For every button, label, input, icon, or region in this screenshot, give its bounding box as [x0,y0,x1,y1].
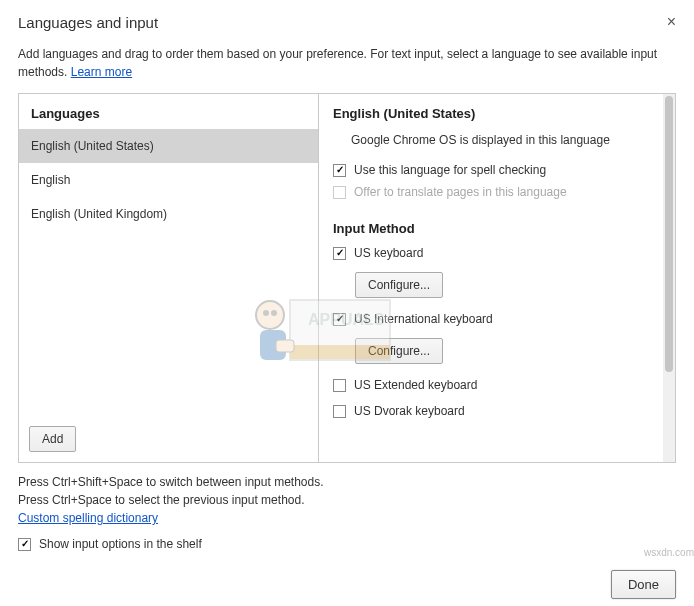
scroll-thumb[interactable] [665,96,673,372]
add-button[interactable]: Add [29,426,76,452]
shelf-option-row[interactable]: Show input options in the shelf [18,537,676,551]
hint-line: Press Ctrl+Shift+Space to switch between… [18,473,676,491]
done-button[interactable]: Done [611,570,676,599]
footer-hints: Press Ctrl+Shift+Space to switch between… [18,473,676,527]
dialog-title: Languages and input [18,14,158,31]
input-method-row[interactable]: US keyboard [333,246,649,260]
input-method-label: US keyboard [354,246,423,260]
configure-button[interactable]: Configure... [355,338,443,364]
translate-checkbox [333,186,346,199]
display-language-msg: Google Chrome OS is displayed in this la… [351,133,649,147]
input-method-label: US International keyboard [354,312,493,326]
input-method-checkbox[interactable] [333,313,346,326]
learn-more-link[interactable]: Learn more [71,65,132,79]
input-method-checkbox[interactable] [333,379,346,392]
languages-heading: Languages [19,94,318,129]
shelf-checkbox[interactable] [18,538,31,551]
hint-line: Press Ctrl+Space to select the previous … [18,491,676,509]
input-method-checkbox[interactable] [333,405,346,418]
input-method-label: US Extended keyboard [354,378,477,392]
input-method-row[interactable]: US Extended keyboard [333,378,649,392]
custom-dictionary-link[interactable]: Custom spelling dictionary [18,511,158,525]
dialog-subtitle: Add languages and drag to order them bas… [18,45,676,81]
language-item[interactable]: English (United States) [19,129,318,163]
translate-label: Offer to translate pages in this languag… [354,185,567,199]
language-details-panel: English (United States) Google Chrome OS… [319,94,663,462]
spellcheck-row[interactable]: Use this language for spell checking [333,163,649,177]
scrollbar[interactable] [663,94,675,462]
selected-language-title: English (United States) [333,106,649,121]
input-method-row[interactable]: US International keyboard [333,312,649,326]
input-method-row[interactable]: US Dvorak keyboard [333,404,649,418]
languages-panel: Languages English (United States) Englis… [19,94,319,462]
input-method-checkbox[interactable] [333,247,346,260]
close-icon[interactable]: × [667,14,676,30]
spellcheck-checkbox[interactable] [333,164,346,177]
translate-row: Offer to translate pages in this languag… [333,185,649,199]
input-method-label: US Dvorak keyboard [354,404,465,418]
configure-button[interactable]: Configure... [355,272,443,298]
language-item[interactable]: English [19,163,318,197]
input-method-heading: Input Method [333,221,649,236]
language-item[interactable]: English (United Kingdom) [19,197,318,231]
spellcheck-label: Use this language for spell checking [354,163,546,177]
image-credit: wsxdn.com [644,547,694,558]
shelf-label: Show input options in the shelf [39,537,202,551]
